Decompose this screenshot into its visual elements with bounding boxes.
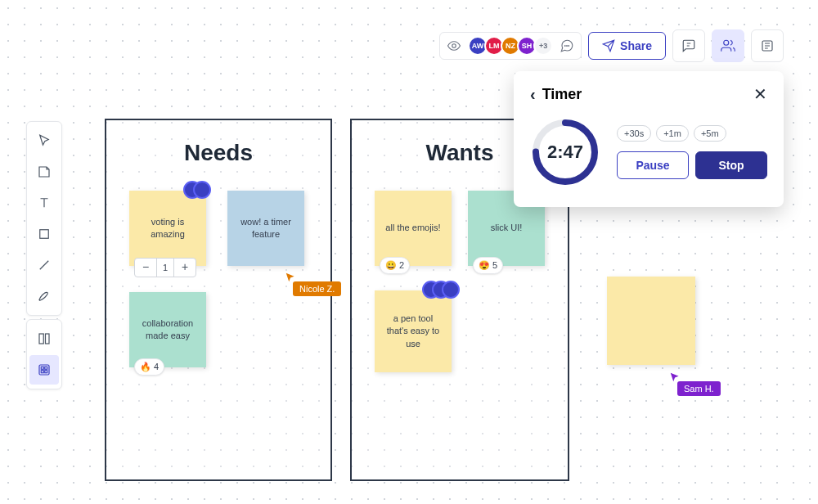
cursor-label-nicole: Nicole Z. [293, 281, 341, 296]
preview-icon[interactable] [447, 38, 461, 53]
sticky-emojis[interactable]: all the emojis! 😀 2 [375, 191, 452, 266]
reaction-emoji: 😀 [385, 259, 397, 272]
stepper-plus[interactable]: + [174, 259, 196, 277]
reaction-badge[interactable]: 😍 5 [473, 257, 503, 274]
board-title-needs: Needs [106, 120, 330, 176]
reaction-emoji: 🔥 [140, 361, 151, 373]
sticky-pen-tool[interactable]: a pen tool that's easy to use [375, 290, 452, 372]
reaction-emoji: 😍 [479, 259, 490, 272]
avatar-more[interactable]: +3 [533, 36, 553, 56]
svg-rect-0 [40, 230, 49, 239]
svg-rect-5 [45, 367, 47, 369]
svg-rect-4 [41, 367, 43, 369]
share-button[interactable]: Share [588, 32, 666, 60]
timer-pause-button[interactable]: Pause [617, 151, 689, 179]
reaction-count: 2 [399, 259, 404, 272]
timer-add-30s[interactable]: +30s [617, 125, 651, 142]
pen-tool[interactable] [29, 281, 59, 311]
top-bar: AW LM NZ SH +3 Share [439, 29, 784, 62]
sticky-text: wow! a timer feature [236, 216, 296, 241]
svg-rect-1 [39, 334, 43, 344]
cursor-nicole: Nicole Z. [285, 272, 341, 296]
timer-panel: ‹ Timer ✕ 2:47 +30s +1m +5m Pause Stop [514, 71, 784, 207]
cursor-blob [183, 181, 211, 199]
sticky-timer-feature[interactable]: wow! a timer feature [227, 191, 304, 266]
pointer-tool[interactable] [29, 126, 59, 155]
timer-progress: 2:47 [530, 117, 600, 187]
frames-tool[interactable] [29, 324, 59, 353]
cursor-blob [422, 281, 460, 299]
sticky-text: slick UI! [491, 222, 523, 234]
share-label: Share [620, 39, 652, 52]
sticky-voting[interactable]: voting is amazing − 1 + [129, 191, 206, 266]
board-needs[interactable]: Needs voting is amazing − 1 + wow! a tim… [105, 119, 332, 481]
outline-button[interactable] [751, 29, 784, 62]
sticky-text: a pen tool that's easy to use [383, 313, 443, 350]
timer-back-button[interactable]: ‹ [530, 85, 536, 104]
sticky-collab[interactable]: collaboration made easy 🔥 4 [129, 292, 206, 367]
reaction-badge[interactable]: 🔥 4 [134, 358, 164, 376]
svg-rect-7 [45, 371, 47, 373]
svg-rect-6 [41, 371, 43, 373]
line-tool[interactable] [29, 250, 59, 280]
svg-point-8 [452, 44, 456, 48]
timer-title: Timer [542, 86, 582, 103]
cursor-label-sam: Sam H. [677, 381, 721, 396]
reaction-badge[interactable]: 😀 2 [380, 257, 410, 274]
toolbar-views [26, 319, 62, 389]
toolbar-main [26, 121, 62, 316]
svg-point-10 [567, 46, 568, 47]
sticky-tool[interactable] [29, 157, 59, 187]
reaction-count: 4 [154, 361, 159, 373]
comments-button[interactable] [672, 29, 705, 62]
stepper-minus[interactable]: − [135, 259, 156, 277]
svg-point-9 [564, 46, 565, 47]
templates-tool[interactable] [29, 355, 59, 385]
blank-sticky[interactable] [607, 277, 695, 365]
timer-add-1m[interactable]: +1m [656, 125, 689, 142]
timer-stop-button[interactable]: Stop [695, 151, 767, 179]
reaction-count: 5 [492, 259, 497, 272]
text-tool[interactable] [29, 188, 59, 218]
stepper-value: 1 [156, 259, 174, 277]
timer-close-button[interactable]: ✕ [753, 84, 767, 104]
facilitation-button[interactable] [712, 29, 744, 62]
sticky-text: all the emojis! [385, 222, 440, 234]
svg-point-11 [569, 46, 569, 47]
cursor-sam: Sam H. [669, 371, 721, 396]
sticky-text: voting is amazing [137, 216, 198, 241]
vote-stepper: − 1 + [134, 258, 196, 277]
svg-rect-2 [46, 334, 50, 344]
timer-add-5m[interactable]: +5m [694, 125, 726, 142]
timer-time: 2:47 [530, 117, 600, 187]
shape-tool[interactable] [29, 219, 59, 249]
chat-icon[interactable] [560, 38, 574, 53]
collaborators-box: AW LM NZ SH +3 [439, 32, 582, 60]
sticky-text: collaboration made easy [137, 317, 198, 343]
svg-point-12 [724, 40, 729, 45]
